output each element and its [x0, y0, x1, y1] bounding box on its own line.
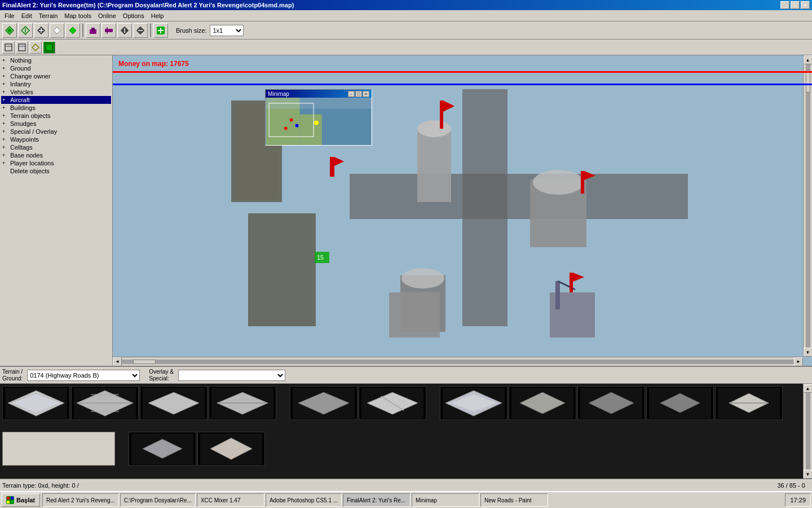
taskbar-item-1[interactable]: C:\Program Dosyaları\Re... — [120, 493, 196, 507]
sidebar-item-infantry[interactable]: + Infantry — [1, 80, 111, 88]
sidebar-item-aircraft[interactable]: + Aircraft — [1, 96, 111, 104]
tile-minimap-placeholder — [2, 432, 115, 466]
tile-item-12[interactable] — [129, 432, 196, 466]
sidebar-item-celltags[interactable]: + Celltags — [1, 143, 111, 151]
sidebar-item-specialoverlay[interactable]: + Special / Overlay — [1, 128, 111, 135]
tool2-btn-3[interactable] — [29, 41, 42, 54]
minimap-maximize[interactable]: □ — [355, 91, 362, 97]
tool2-btn-1[interactable] — [2, 41, 15, 54]
tile-item-8[interactable] — [509, 386, 576, 420]
taskbar-item-label-0: Red Alert 2 Yuri's Reveng... — [46, 497, 115, 503]
menu-online[interactable]: Online — [95, 11, 120, 20]
terrain-select[interactable]: 0174 (Highway Roads B) — [27, 370, 140, 381]
tool-btn-3[interactable] — [34, 23, 48, 38]
menu-file[interactable]: File — [1, 11, 18, 20]
tool-btn-7[interactable] — [102, 23, 116, 38]
tool2-btn-4[interactable] — [43, 41, 55, 54]
taskbar-item-label-4: FinalAlert 2: Yuri's Re... — [347, 497, 405, 503]
sidebar-item-waypoints[interactable]: + Waypoints — [1, 135, 111, 143]
tool-btn-10[interactable] — [153, 23, 168, 38]
sidebar-item-deleteobjects[interactable]: + Delete objects — [1, 167, 111, 175]
tile-item-11[interactable] — [715, 386, 783, 420]
tile-scroll-up[interactable]: ▲ — [804, 384, 813, 393]
sidebar-item-changeowner[interactable]: + Change owner — [1, 72, 111, 80]
sidebar: + Nothing + Ground + Change owner + Infa… — [0, 55, 113, 366]
sidebar-item-terrainobjects[interactable]: + Terrain objects — [1, 112, 111, 120]
svg-point-34 — [417, 120, 451, 137]
maximize-btn[interactable]: □ — [791, 1, 800, 9]
minimap-minimize[interactable]: - — [348, 91, 355, 97]
sidebar-item-smudges[interactable]: + Smudges — [1, 120, 111, 128]
overlay-label: Overlay & Special: — [149, 369, 174, 382]
tool-btn-9[interactable] — [133, 23, 148, 38]
tile-item-2[interactable] — [71, 386, 139, 420]
svg-rect-31 — [330, 157, 334, 177]
menu-maptools[interactable]: Map tools — [61, 11, 95, 20]
svg-point-42 — [401, 268, 444, 288]
tile-item-4[interactable] — [209, 386, 276, 420]
overlay-select[interactable] — [178, 370, 285, 381]
tool2-btn-2[interactable] — [16, 41, 28, 54]
tool-btn-4[interactable] — [50, 23, 64, 38]
sidebar-item-nothing[interactable]: + Nothing — [1, 56, 111, 64]
taskbar-item-0[interactable]: Red Alert 2 Yuri's Reveng... — [42, 493, 119, 507]
tool-btn-1[interactable] — [2, 23, 17, 38]
scroll-down-btn[interactable]: ▼ — [804, 348, 813, 357]
taskbar-item-4[interactable]: FinalAlert 2: Yuri's Re... — [343, 493, 411, 507]
scroll-track-h[interactable] — [122, 360, 794, 364]
tile-item-10[interactable] — [646, 386, 714, 420]
menu-terrain[interactable]: Terrain — [36, 11, 61, 20]
svg-point-57 — [290, 119, 293, 122]
tile-item-5[interactable] — [290, 386, 358, 420]
tile-item-9[interactable] — [577, 386, 645, 420]
tile-item-3[interactable] — [140, 386, 208, 420]
close-btn[interactable]: × — [801, 1, 810, 9]
scroll-up-btn[interactable]: ▲ — [804, 55, 813, 64]
svg-point-58 — [284, 126, 288, 130]
brush-size-select[interactable]: 1x1 2x2 3x3 4x4 5x5 6x6 — [210, 25, 244, 36]
map-background: Money on map: 17675 — [113, 55, 812, 366]
tile-item-13[interactable] — [197, 432, 265, 466]
red-line — [113, 71, 812, 73]
tool-btn-5[interactable] — [65, 23, 80, 38]
tool-btn-2[interactable] — [18, 23, 33, 38]
svg-rect-99 — [7, 501, 10, 503]
menu-help[interactable]: Help — [148, 11, 167, 20]
tile-scroll-down[interactable]: ▼ — [804, 470, 813, 479]
taskbar-item-2[interactable]: XCC Mixer 1.47 — [197, 493, 264, 507]
svg-marker-48 — [573, 273, 584, 282]
scroll-thumb-v[interactable] — [806, 70, 810, 93]
svg-rect-22 — [19, 44, 25, 51]
status-terrain: Terrain type: 0xd, height: 0 / — [2, 482, 777, 489]
taskbar-item-6[interactable]: New Roads - Paint — [480, 493, 548, 507]
tool-btn-6[interactable] — [86, 23, 100, 38]
start-button[interactable]: Başlat — [1, 493, 40, 507]
menu-options[interactable]: Options — [120, 11, 148, 20]
sidebar-item-ground[interactable]: + Ground — [1, 64, 111, 72]
tile-item-7[interactable] — [440, 386, 508, 420]
svg-rect-47 — [570, 273, 573, 292]
tile-item-1[interactable] — [2, 386, 70, 420]
toolbar2 — [0, 40, 812, 55]
minimap-close[interactable]: × — [363, 91, 369, 97]
terrain-label: Terrain / Ground: — [2, 369, 23, 382]
sidebar-item-basenodes[interactable]: + Base nodes — [1, 151, 111, 159]
taskbar-item-3[interactable]: Adobe Photoshop CS5.1 ... — [266, 493, 342, 507]
minimap-content — [266, 98, 372, 145]
tile-scroll-track[interactable] — [806, 393, 810, 470]
scroll-right-btn[interactable]: ► — [794, 357, 803, 366]
minimap-window: Minimap - □ × — [265, 89, 372, 146]
tool-btn-8[interactable] — [117, 23, 132, 38]
bottom-toolbar: Terrain / Ground: 0174 (Highway Roads B)… — [0, 367, 812, 384]
minimize-btn[interactable]: _ — [780, 1, 789, 9]
map-area[interactable]: Money on map: 17675 — [113, 55, 812, 366]
sidebar-item-playerlocations[interactable]: + Player locations — [1, 159, 111, 167]
tile-item-6[interactable] — [359, 386, 426, 420]
taskbar-item-5[interactable]: Minimap — [412, 493, 479, 507]
menu-edit[interactable]: Edit — [18, 11, 36, 20]
sidebar-item-buildings[interactable]: + Buildings — [1, 104, 111, 112]
scroll-left-btn[interactable]: ◄ — [113, 357, 122, 366]
scroll-track-v[interactable] — [806, 64, 810, 348]
sidebar-item-vehicles[interactable]: + Vehicles — [1, 88, 111, 96]
scroll-thumb-h[interactable] — [133, 360, 156, 364]
